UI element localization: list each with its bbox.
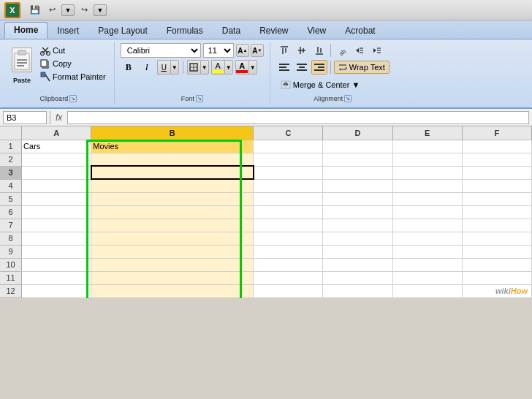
cell-C12[interactable] — [254, 284, 323, 297]
cut-button[interactable]: Cut — [38, 45, 108, 56]
cell-E4[interactable] — [392, 179, 462, 192]
cell-C5[interactable] — [254, 192, 323, 205]
cell-D6[interactable] — [323, 205, 392, 218]
fill-color-dropdown[interactable]: ▼ — [224, 60, 233, 75]
tab-data[interactable]: Data — [213, 23, 250, 39]
indent-increase-button[interactable] — [369, 43, 385, 58]
cell-C2[interactable] — [254, 153, 323, 166]
cell-F10[interactable] — [462, 258, 531, 271]
cell-C11[interactable] — [254, 271, 323, 284]
customize-toolbar[interactable]: ▼ — [94, 4, 107, 16]
row-header-2[interactable]: 2 — [0, 153, 22, 166]
undo-dropdown[interactable]: ▼ — [61, 4, 75, 16]
cell-B9[interactable] — [91, 245, 254, 258]
cell-B1[interactable]: Movies — [91, 140, 254, 153]
col-header-B[interactable]: B — [91, 126, 254, 140]
cell-D12[interactable] — [323, 284, 392, 297]
cell-E8[interactable] — [392, 232, 462, 245]
cell-D11[interactable] — [323, 271, 392, 284]
cell-D5[interactable] — [323, 192, 392, 205]
cell-F9[interactable] — [462, 245, 531, 258]
cell-C1[interactable] — [254, 140, 323, 153]
cell-E11[interactable] — [392, 271, 462, 284]
row-header-12[interactable]: 12 — [0, 284, 22, 297]
cell-A8[interactable] — [22, 232, 91, 245]
underline-button[interactable]: U — [157, 60, 170, 75]
cell-A1[interactable]: Cars — [22, 140, 91, 153]
cell-D1[interactable] — [323, 140, 392, 153]
cell-B6[interactable] — [91, 205, 254, 218]
cell-D8[interactable] — [323, 232, 392, 245]
cell-C10[interactable] — [254, 258, 323, 271]
cell-D10[interactable] — [323, 258, 392, 271]
cell-E5[interactable] — [392, 192, 462, 205]
col-header-E[interactable]: E — [392, 126, 462, 140]
cell-C7[interactable] — [254, 218, 323, 232]
formula-input[interactable] — [67, 111, 529, 124]
row-header-4[interactable]: 4 — [0, 179, 22, 192]
copy-button[interactable]: Copy — [38, 58, 108, 69]
font-size-decrease[interactable]: A▼ — [251, 44, 264, 57]
tab-view[interactable]: View — [297, 23, 335, 39]
cell-F4[interactable] — [462, 179, 531, 192]
font-size-select[interactable]: 11 — [203, 43, 234, 58]
cell-E12[interactable] — [392, 284, 462, 297]
row-header-1[interactable]: 1 — [0, 140, 22, 153]
cell-A7[interactable] — [22, 218, 91, 232]
font-expand[interactable]: ↘ — [196, 95, 203, 102]
cell-D4[interactable] — [323, 179, 392, 192]
font-size-increase[interactable]: A▲ — [236, 44, 249, 57]
tab-review[interactable]: Review — [250, 23, 297, 39]
col-header-D[interactable]: D — [323, 126, 392, 140]
align-left-button[interactable] — [276, 60, 292, 75]
format-painter-button[interactable]: Format Painter — [38, 71, 108, 83]
font-color-dropdown[interactable]: ▼ — [248, 60, 257, 75]
redo-button[interactable]: ↪ — [77, 4, 91, 17]
font-name-select[interactable]: Calibri — [121, 43, 201, 58]
cell-F7[interactable] — [462, 218, 531, 232]
cell-A10[interactable] — [22, 258, 91, 271]
align-center-button[interactable] — [294, 60, 310, 75]
cell-reference-box[interactable]: B3 — [3, 111, 47, 124]
cell-E6[interactable] — [392, 205, 462, 218]
tab-page-layout[interactable]: Page Layout — [88, 23, 156, 39]
cell-E9[interactable] — [392, 245, 462, 258]
cell-C3[interactable] — [254, 166, 323, 179]
merge-center-button[interactable]: Merge & Center ▼ — [276, 78, 365, 91]
cell-F6[interactable] — [462, 205, 531, 218]
align-bottom-button[interactable] — [311, 43, 327, 58]
cell-A11[interactable] — [22, 271, 91, 284]
cell-A5[interactable] — [22, 192, 91, 205]
cell-A3[interactable] — [22, 166, 91, 179]
align-right-button[interactable] — [311, 60, 327, 75]
cell-B4[interactable] — [91, 179, 254, 192]
italic-button[interactable]: I — [139, 60, 155, 75]
bold-button[interactable]: B — [121, 60, 137, 75]
cell-A4[interactable] — [22, 179, 91, 192]
row-header-11[interactable]: 11 — [0, 271, 22, 284]
cell-B7[interactable] — [91, 218, 254, 232]
row-header-5[interactable]: 5 — [0, 192, 22, 205]
row-header-8[interactable]: 8 — [0, 232, 22, 245]
cell-F1[interactable] — [462, 140, 531, 153]
cell-C6[interactable] — [254, 205, 323, 218]
save-quick-button[interactable]: 💾 — [28, 4, 42, 17]
cell-E3[interactable] — [392, 166, 462, 179]
tab-home[interactable]: Home — [4, 22, 48, 39]
fill-color-button[interactable]: A — [211, 60, 224, 75]
cell-B3[interactable] — [91, 166, 254, 179]
row-header-9[interactable]: 9 — [0, 245, 22, 258]
cell-E10[interactable] — [392, 258, 462, 271]
cell-D7[interactable] — [323, 218, 392, 232]
cell-B2[interactable] — [91, 153, 254, 166]
cell-E2[interactable] — [392, 153, 462, 166]
tab-insert[interactable]: Insert — [48, 23, 88, 39]
cell-A12[interactable] — [22, 284, 91, 297]
cell-F8[interactable] — [462, 232, 531, 245]
text-angle-button[interactable]: ab — [334, 43, 350, 58]
cell-E1[interactable] — [392, 140, 462, 153]
col-header-A[interactable]: A — [22, 126, 91, 140]
cell-A2[interactable] — [22, 153, 91, 166]
cell-D3[interactable] — [323, 166, 392, 179]
cell-B12[interactable] — [91, 284, 254, 297]
